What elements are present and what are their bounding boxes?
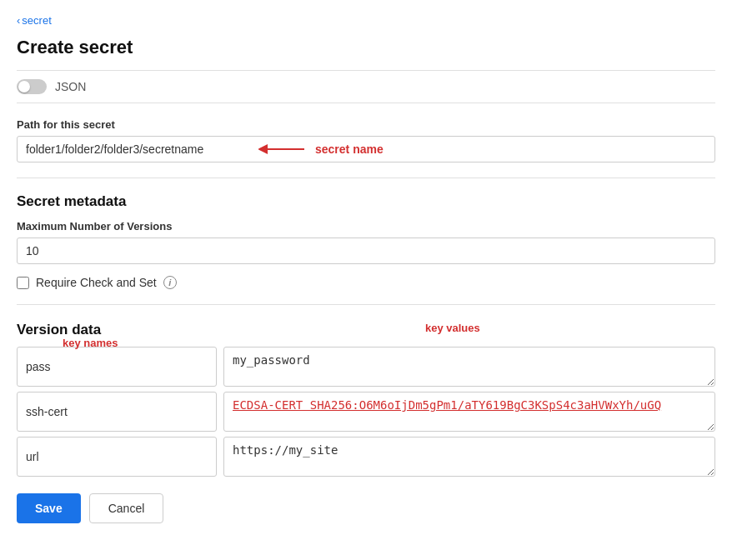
breadcrumb-label: secret	[22, 14, 51, 27]
path-input[interactable]	[17, 136, 715, 162]
section-divider-2	[17, 304, 715, 305]
json-toggle-label: JSON	[55, 80, 86, 93]
path-field-section: Path for this secret secret name	[17, 118, 715, 162]
kv-key-input-0[interactable]	[17, 347, 217, 387]
require-cas-label: Require Check and Set	[36, 276, 157, 289]
require-cas-row: Require Check and Set i	[17, 276, 715, 289]
version-data-section: Version data key names key values my_pas…	[17, 322, 715, 477]
chevron-left-icon: ‹	[17, 14, 20, 27]
breadcrumb-link[interactable]: ‹ secret	[17, 14, 52, 27]
save-button[interactable]: Save	[17, 493, 81, 523]
toggle-thumb	[18, 81, 30, 92]
json-toggle[interactable]	[17, 79, 47, 94]
kv-key-input-1[interactable]	[17, 392, 217, 432]
key-values-annotation: key values	[425, 322, 480, 334]
secret-metadata-heading: Secret metadata	[17, 193, 715, 210]
info-icon[interactable]: i	[163, 276, 177, 289]
page-title: Create secret	[17, 37, 715, 58]
version-header: Version data key names key values	[17, 322, 715, 338]
version-data-heading: Version data	[17, 322, 101, 338]
json-toggle-row: JSON	[17, 70, 715, 103]
path-wrapper: secret name	[17, 136, 715, 162]
cancel-button[interactable]: Cancel	[89, 493, 164, 523]
key-names-annotation: key names	[63, 337, 118, 349]
kv-row: https://my_site	[17, 437, 715, 477]
toggle-track	[17, 79, 47, 94]
section-divider-1	[17, 178, 715, 178]
kv-row: ECDSA-CERT SHA256:O6M6oIjDm5gPm1/aTY619B…	[17, 392, 715, 432]
kv-value-input-2[interactable]: https://my_site	[223, 437, 715, 477]
require-cas-checkbox[interactable]	[17, 277, 29, 289]
kv-row: my_password	[17, 347, 715, 387]
path-field-label: Path for this secret	[17, 118, 715, 131]
button-row: Save Cancel	[17, 493, 715, 523]
secret-metadata-section: Secret metadata Maximum Number of Versio…	[17, 193, 715, 289]
max-versions-input[interactable]	[17, 238, 715, 264]
kv-value-input-1[interactable]: ECDSA-CERT SHA256:O6M6oIjDm5gPm1/aTY619B…	[223, 392, 715, 432]
kv-value-input-0[interactable]: my_password	[223, 347, 715, 387]
kv-key-input-2[interactable]	[17, 437, 217, 477]
max-versions-label: Maximum Number of Versions	[17, 220, 715, 232]
